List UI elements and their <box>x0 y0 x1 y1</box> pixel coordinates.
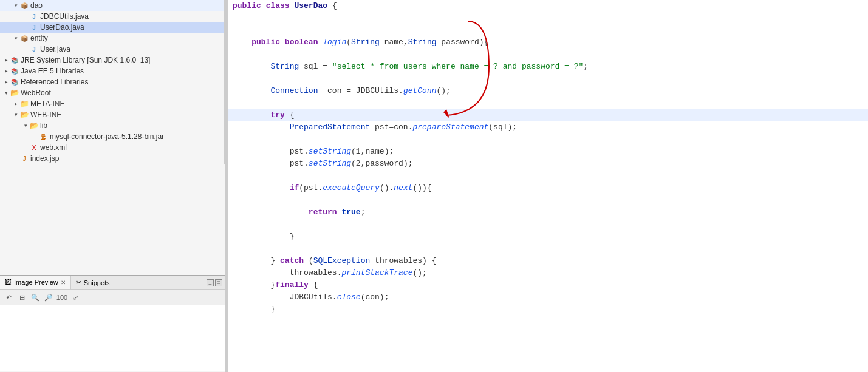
package-icon: 📦 <box>19 1 29 10</box>
tab-image-preview-label: Image Preview <box>14 279 58 286</box>
arrow-webroot <box>2 90 10 96</box>
sidebar-item-web-xml[interactable]: ▸ X web.xml <box>0 142 224 153</box>
label-mysql-jar: mysql-connector-java-5.1.28-bin.jar <box>50 132 164 141</box>
code-line-connection: Connection con = JDBCUtils.getConn(); <box>228 85 868 97</box>
code-line-blank5 <box>228 170 868 182</box>
code-line-login-content: public boolean login(String name,String … <box>228 36 868 49</box>
code-line-printStackTrace: throwables.printStackTrace(); <box>228 267 868 279</box>
code-line-1-content: public class UserDao { <box>228 0 868 12</box>
java-icon-jdbcutils: J <box>29 12 39 21</box>
sidebar-item-referenced-libraries[interactable]: 📚 Referenced Libraries <box>0 76 224 87</box>
code-line-catch-content: } catch (SQLException throwables) { <box>228 255 868 267</box>
label-user: User.java <box>40 45 70 53</box>
lib-icon-javaee: 📚 <box>10 66 19 76</box>
code-line-return-content: return true; <box>228 206 868 218</box>
folder-icon-webroot: 📂 <box>10 88 19 98</box>
label-javaee: Java EE 5 Libraries <box>21 67 84 75</box>
sidebar-item-mysql-jar[interactable]: ▸ 🗜 mysql-connector-java-5.1.28-bin.jar <box>0 131 224 142</box>
arrow-lib <box>22 123 29 129</box>
sidebar-item-jdbcutils[interactable]: ▸ J JDBCUtils.java <box>0 11 224 22</box>
code-editor: public class UserDao { public boolean lo… <box>228 0 868 316</box>
sidebar-item-lib[interactable]: 📂 lib <box>0 120 224 131</box>
code-line-finally: }finally { <box>228 279 868 291</box>
code-line-sql-content: String sql = "select * from users where … <box>228 61 868 73</box>
xml-icon: X <box>29 143 39 152</box>
toolbar-100-button[interactable]: 100 <box>56 291 68 303</box>
code-line-if-content: if(pst.executeQuery().next()){ <box>228 182 868 194</box>
code-editor-area[interactable]: public class UserDao { public boolean lo… <box>228 0 868 372</box>
arrow-jre <box>2 57 10 63</box>
code-line-setstring2-content: pst.setString(2,password); <box>228 158 868 170</box>
panel-tabs: 🖼 Image Preview ✕ ✂ Snippets _ □ <box>0 276 225 290</box>
label-webroot: WebRoot <box>21 89 51 97</box>
toolbar-fullscreen-button[interactable]: ⤢ <box>69 291 81 303</box>
arrow-entity <box>12 35 19 41</box>
code-line-blank6 <box>228 194 868 206</box>
code-line-3 <box>228 24 868 36</box>
sidebar-item-jre[interactable]: 📚 JRE System Library [Sun JDK 1.6.0_13] <box>0 55 224 66</box>
code-line-close-finally: } <box>228 303 868 316</box>
folder-icon-metainf: 📁 <box>19 99 29 109</box>
sidebar-item-index-jsp[interactable]: ▸ J index.jsp <box>0 153 224 164</box>
lib-icon-jre: 📚 <box>10 55 19 65</box>
sidebar-item-userdao[interactable]: ▸ J UserDao.java <box>0 22 224 33</box>
code-line-try: − try { <box>228 109 868 121</box>
arrow-metainf <box>12 101 19 107</box>
sidebar-item-metainf[interactable]: 📁 META-INF <box>0 98 224 109</box>
code-line-catch: } catch (SQLException throwables) { <box>228 255 868 267</box>
sidebar-item-entity[interactable]: 📦 entity <box>0 33 224 44</box>
arrow-webinf <box>12 112 19 118</box>
toolbar-zoom-in-button[interactable]: 🔎 <box>43 291 55 303</box>
sidebar: 📦 dao ▸ J JDBCUtils.java ▸ J UserDao.jav… <box>0 0 225 372</box>
code-line-close-if: } <box>228 231 868 243</box>
code-line-login: public boolean login(String name,String … <box>228 36 868 49</box>
toolbar-reset-button[interactable]: ↶ <box>2 291 15 303</box>
maximize-button[interactable]: □ <box>215 279 222 286</box>
sidebar-item-webinf[interactable]: 📂 WEB-INF <box>0 109 224 120</box>
code-line-setstring1-content: pst.setString(1,name); <box>228 146 868 158</box>
code-line-blank7 <box>228 218 868 231</box>
code-line-ps-content: PreparedStatement pst=con.prepareStateme… <box>228 121 868 134</box>
code-line-if: if(pst.executeQuery().next()){ <box>228 182 868 194</box>
code-line-setstring2: pst.setString(2,password); <box>228 158 868 170</box>
minimize-button[interactable]: _ <box>207 279 214 286</box>
label-dao: dao <box>30 1 43 10</box>
tab-image-preview-close[interactable]: ✕ <box>61 279 66 286</box>
label-metainf: META-INF <box>30 100 64 108</box>
code-line-close-finally-content: } <box>228 303 868 316</box>
toolbar-fit-button[interactable]: ⊞ <box>16 291 28 303</box>
sidebar-item-user[interactable]: ▸ J User.java <box>0 44 224 55</box>
tab-snippets[interactable]: ✂ Snippets <box>71 276 115 289</box>
code-line-setstring1: pst.setString(1,name); <box>228 146 868 158</box>
code-line-blank2 <box>228 73 868 85</box>
code-line-close-content: JDBCUtils.close(con); <box>228 291 868 303</box>
file-tree: 📦 dao ▸ J JDBCUtils.java ▸ J UserDao.jav… <box>0 0 225 164</box>
sidebar-item-javaee[interactable]: 📚 Java EE 5 Libraries <box>0 66 224 76</box>
arrow-javaee <box>2 68 10 74</box>
code-line-blank8 <box>228 243 868 255</box>
java-icon-userdao: J <box>29 22 39 32</box>
label-web-xml: web.xml <box>40 143 67 152</box>
bottom-panel: 🖼 Image Preview ✕ ✂ Snippets _ □ ↶ ⊞ 🔍 🔎… <box>0 275 225 372</box>
code-line-try-content: try { <box>228 109 868 121</box>
code-line-ps: PreparedStatement pst=con.prepareStateme… <box>228 121 868 134</box>
code-line-blank3 <box>228 97 868 109</box>
java-icon-user: J <box>29 44 39 54</box>
tab-image-preview-icon: 🖼 <box>5 279 12 286</box>
sidebar-item-dao[interactable]: 📦 dao <box>0 0 224 11</box>
package-icon-entity: 📦 <box>19 33 29 43</box>
arrow-dao <box>12 2 19 8</box>
tab-image-preview[interactable]: 🖼 Image Preview ✕ <box>0 276 71 289</box>
code-line-finally-content: }finally { <box>228 279 868 291</box>
label-jre: JRE System Library [Sun JDK 1.6.0_13] <box>21 56 150 64</box>
code-line-close-if-content: } <box>228 231 868 243</box>
jsp-icon: J <box>19 154 29 163</box>
label-userdao: UserDao.java <box>40 23 84 32</box>
label-jdbcutils: JDBCUtils.java <box>40 12 89 21</box>
tab-snippets-label: Snippets <box>84 279 110 286</box>
sidebar-item-webroot[interactable]: 📂 WebRoot <box>0 87 224 98</box>
folder-icon-lib: 📂 <box>29 121 39 130</box>
tab-snippets-icon: ✂ <box>76 279 81 286</box>
toolbar-zoom-out-button[interactable]: 🔍 <box>29 291 41 303</box>
lib-icon-reflib: 📚 <box>10 77 19 87</box>
